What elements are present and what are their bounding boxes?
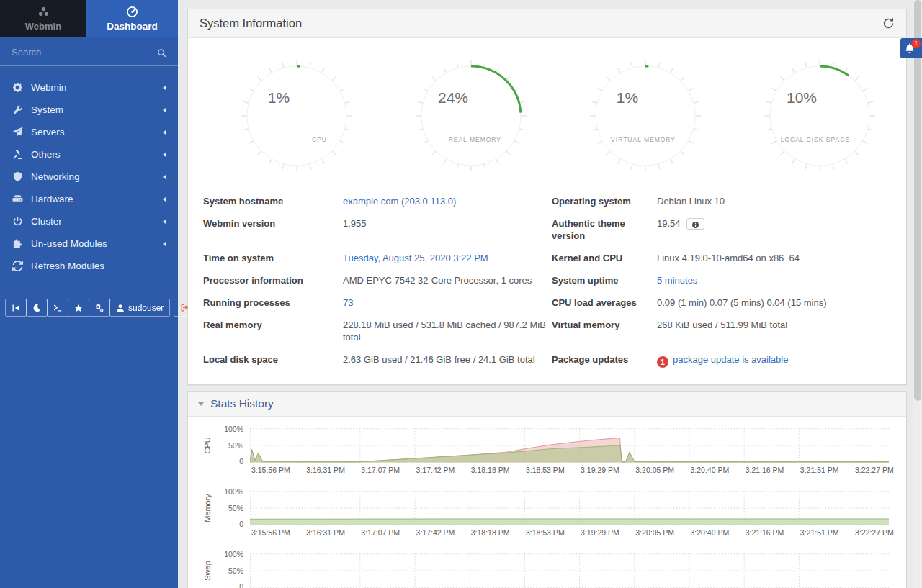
- sidebar-tabs: Webmin Dashboard: [0, 0, 178, 37]
- user-icon: [116, 304, 125, 312]
- info-value-link[interactable]: example.com (203.0.113.0): [343, 196, 456, 207]
- power-icon: [12, 216, 23, 227]
- chevron-left-icon: [163, 153, 166, 157]
- signout-icon: [180, 303, 189, 312]
- info-value-link[interactable]: 73: [343, 297, 353, 308]
- info-value: 228.18 MiB used / 531.8 MiB cached / 987…: [343, 314, 552, 348]
- sidebar-item-cluster[interactable]: Cluster: [0, 210, 178, 232]
- logout-button[interactable]: [174, 299, 196, 317]
- sidebar-item-label: Hardware: [31, 194, 73, 204]
- favorites-button[interactable]: [68, 299, 89, 317]
- sidebar-item-unused-modules[interactable]: Un-used Modules: [0, 232, 178, 255]
- chart-plot-area: [250, 491, 889, 525]
- info-label: Local disk space: [203, 348, 343, 373]
- terminal-button[interactable]: [47, 299, 68, 317]
- sidebar-item-label: System: [31, 104, 63, 115]
- dashboard-gauge-icon: [126, 6, 138, 18]
- sidebar-item-label: Webmin: [31, 82, 66, 93]
- tab-dashboard[interactable]: Dashboard: [86, 0, 178, 37]
- sidebar-item-label: Cluster: [31, 216, 62, 227]
- info-value: 5 minutes: [657, 269, 892, 291]
- sidebar-item-networking[interactable]: Networking: [0, 166, 178, 188]
- info-label: Real memory: [203, 314, 343, 348]
- info-label: Package updates: [552, 348, 657, 373]
- notification-count-badge: 1: [911, 39, 921, 48]
- info-value: Debian Linux 10: [657, 190, 892, 212]
- sidebar-item-webmin[interactable]: Webmin: [0, 76, 178, 99]
- moon-icon: [32, 304, 41, 312]
- collapse-sidebar-button[interactable]: [5, 299, 27, 317]
- send-icon: [12, 127, 23, 137]
- chevron-left-icon: [163, 130, 166, 135]
- stats-history-header[interactable]: Stats History: [188, 392, 906, 417]
- chart-axis-title: CPU: [197, 428, 218, 463]
- sidebar-item-others[interactable]: Others: [0, 143, 178, 166]
- chart-x-labels: 3:15:56 PM3:16:31 PM3:17:07 PM3:17:42 PM…: [250, 463, 889, 476]
- user-button[interactable]: sudouser: [109, 299, 170, 317]
- info-icon: [692, 220, 699, 227]
- wrench-icon: [12, 104, 23, 115]
- info-value-link[interactable]: Tuesday, August 25, 2020 3:22 PM: [343, 253, 488, 263]
- info-value: example.com (203.0.113.0): [343, 190, 552, 212]
- info-label: Time on system: [203, 247, 343, 269]
- sidebar-item-label: Networking: [31, 171, 80, 182]
- info-label: CPU load averages: [552, 291, 657, 314]
- info-label: System hostname: [203, 190, 343, 212]
- package-update-link[interactable]: package update is available: [673, 354, 788, 365]
- scrollbar-thumb[interactable]: [914, 0, 921, 401]
- chevron-left-icon: [163, 108, 166, 112]
- stats-history-panel: Stats History CPU100%50%03:15:56 PM3:16:…: [187, 391, 907, 588]
- collapse-caret-icon: [198, 402, 204, 406]
- star-icon: [74, 304, 83, 312]
- search-icon[interactable]: [157, 48, 166, 57]
- puzzle-icon: [12, 238, 23, 249]
- gauges-row: 1%CPU24%REAL MEMORY1%VIRTUAL MEMORY10%LO…: [188, 38, 906, 177]
- webmin-logo-icon: [37, 6, 50, 18]
- chevron-left-icon: [163, 242, 166, 246]
- sidebar-item-label: Servers: [31, 127, 65, 137]
- info-value-link[interactable]: 5 minutes: [657, 275, 697, 286]
- chart-plot-area: [250, 553, 889, 588]
- sidebar-item-servers[interactable]: Servers: [0, 121, 178, 143]
- system-information-header: System Information: [188, 9, 906, 38]
- sidebar-item-label: Refresh Modules: [31, 261, 104, 271]
- info-value: 73: [343, 291, 552, 314]
- night-mode-button[interactable]: [26, 299, 48, 317]
- svg-text:CPU: CPU: [312, 136, 327, 143]
- stats-chart-memory: Memory100%50%03:15:56 PM3:16:31 PM3:17:0…: [197, 491, 889, 538]
- info-label: Operating system: [552, 190, 657, 212]
- info-value: 268 KiB used / 511.99 MiB total: [657, 314, 892, 348]
- chart-y-ticks: 100%50%0: [218, 491, 250, 525]
- system-info-grid: System hostnameexample.com (203.0.113.0)…: [188, 177, 906, 384]
- svg-text:24%: 24%: [438, 89, 468, 106]
- svg-text:VIRTUAL MEMORY: VIRTUAL MEMORY: [611, 136, 676, 143]
- gear-icon: [12, 82, 23, 93]
- package-updates-badge: 1: [657, 356, 668, 368]
- chart-x-labels: 3:15:56 PM3:16:31 PM3:17:07 PM3:17:42 PM…: [250, 525, 889, 538]
- gauge-cpu: 1%CPU: [236, 55, 358, 177]
- theme-info-button[interactable]: [686, 218, 704, 230]
- page-title: System Information: [200, 17, 302, 30]
- info-label: Authentic theme version: [552, 212, 657, 247]
- sidebar-item-hardware[interactable]: Hardware: [0, 188, 178, 210]
- svg-text:REAL MEMORY: REAL MEMORY: [449, 136, 501, 143]
- notifications-tab[interactable]: 1: [900, 38, 922, 58]
- chevron-left-icon: [163, 86, 166, 90]
- sidebar-item-refresh-modules[interactable]: Refresh Modules: [0, 255, 178, 277]
- chevron-left-icon: [163, 220, 166, 224]
- gauge-real-memory: 24%REAL MEMORY: [410, 55, 532, 177]
- chart-y-ticks: 100%50%0: [218, 553, 250, 588]
- sidebar-item-system[interactable]: System: [0, 99, 178, 121]
- search-input[interactable]: [12, 47, 157, 58]
- refresh-icon[interactable]: [882, 17, 895, 30]
- info-value: 1package update is available: [657, 348, 892, 373]
- tab-webmin[interactable]: Webmin: [0, 0, 86, 37]
- sidebar-menu: WebminSystemServersOthersNetworkingHardw…: [0, 66, 178, 277]
- info-label: Running processes: [203, 291, 343, 314]
- info-value: AMD EPYC 7542 32-Core Processor, 1 cores: [343, 269, 552, 291]
- sidebar-toolbar: sudouser: [6, 299, 178, 317]
- chart-axis-title: Memory: [197, 491, 218, 525]
- sync-icon: [12, 261, 23, 271]
- theme-settings-button[interactable]: [89, 299, 110, 317]
- info-label: Processor information: [203, 269, 343, 291]
